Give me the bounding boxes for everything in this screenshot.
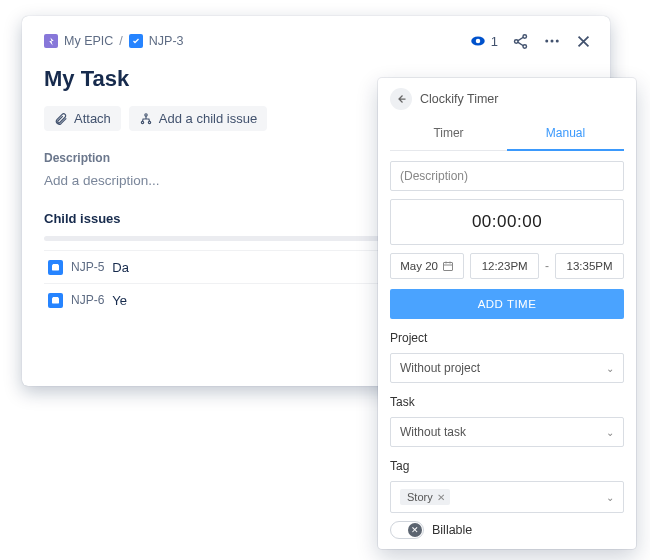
panel-tabs: Timer Manual [390, 118, 624, 151]
svg-point-8 [145, 113, 147, 115]
end-time-field[interactable]: 13:35PM [555, 253, 624, 279]
chevron-down-icon: ⌄ [606, 492, 614, 503]
epic-icon [44, 34, 58, 48]
project-label: Project [390, 331, 624, 345]
svg-point-7 [556, 40, 559, 43]
time-separator: - [545, 259, 549, 273]
watchers-count: 1 [491, 34, 498, 49]
date-field[interactable]: May 20 [390, 253, 464, 279]
date-value: May 20 [400, 260, 438, 272]
svg-point-10 [148, 121, 150, 123]
tab-timer[interactable]: Timer [390, 118, 507, 150]
billable-row: ✕ Billable [390, 521, 624, 539]
svg-point-1 [476, 39, 481, 44]
subtask-icon [48, 293, 63, 308]
add-time-button[interactable]: ADD TIME [390, 289, 624, 319]
billable-label: Billable [432, 523, 472, 537]
clockify-panel: Clockify Timer Timer Manual (Description… [378, 78, 636, 549]
child-issues-label: Child issues [44, 211, 121, 226]
svg-point-5 [545, 40, 548, 43]
add-child-label: Add a child issue [159, 111, 257, 126]
project-value: Without project [400, 361, 480, 375]
breadcrumb-epic[interactable]: My EPIC [64, 34, 113, 48]
tag-chip-label: Story [407, 491, 433, 503]
chevron-down-icon: ⌄ [606, 363, 614, 374]
add-child-button[interactable]: Add a child issue [129, 106, 267, 131]
breadcrumb-separator: / [119, 34, 122, 48]
tab-manual[interactable]: Manual [507, 118, 624, 151]
panel-title: Clockify Timer [420, 92, 498, 106]
share-icon[interactable] [512, 33, 529, 50]
top-actions: 1 [469, 32, 592, 50]
description-field[interactable]: (Description) [390, 161, 624, 191]
task-label: Task [390, 395, 624, 409]
tag-label: Tag [390, 459, 624, 473]
svg-rect-14 [443, 263, 452, 271]
billable-toggle[interactable]: ✕ [390, 521, 424, 539]
task-icon [129, 34, 143, 48]
child-name: Da [112, 260, 129, 275]
attach-label: Attach [74, 111, 111, 126]
watchers-button[interactable]: 1 [469, 32, 498, 50]
tag-select[interactable]: Story ✕ ⌄ [390, 481, 624, 513]
task-value: Without task [400, 425, 466, 439]
duration-field[interactable]: 00:00:00 [390, 199, 624, 245]
tag-chip: Story ✕ [400, 489, 450, 505]
more-icon[interactable] [543, 32, 561, 50]
svg-point-6 [551, 40, 554, 43]
close-icon[interactable] [575, 33, 592, 50]
project-select[interactable]: Without project ⌄ [390, 353, 624, 383]
start-time-field[interactable]: 12:23PM [470, 253, 539, 279]
task-select[interactable]: Without task ⌄ [390, 417, 624, 447]
tag-remove-icon[interactable]: ✕ [437, 492, 445, 503]
back-icon[interactable] [390, 88, 412, 110]
subtask-icon [48, 260, 63, 275]
child-key: NJP-6 [71, 293, 104, 307]
child-key: NJP-5 [71, 260, 104, 274]
calendar-icon [442, 260, 454, 272]
svg-point-9 [141, 121, 143, 123]
breadcrumb-issue-key[interactable]: NJP-3 [149, 34, 184, 48]
chevron-down-icon: ⌄ [606, 427, 614, 438]
panel-header: Clockify Timer [378, 78, 636, 118]
attach-button[interactable]: Attach [44, 106, 121, 131]
child-name: Ye [112, 293, 127, 308]
toggle-knob: ✕ [408, 523, 422, 537]
